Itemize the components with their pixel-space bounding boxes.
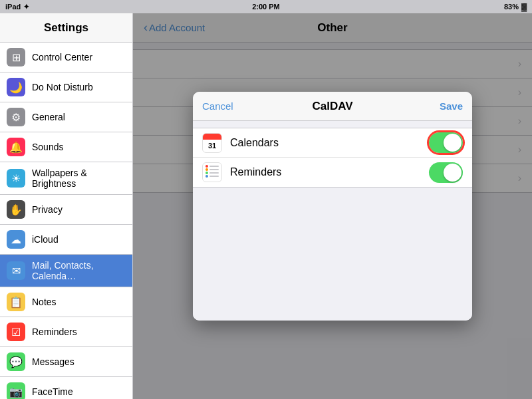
facetime-icon: 📷 (7, 382, 25, 399)
calendars-label: Calendars (230, 137, 429, 149)
sidebar-label-do-not-disturb: Do Not Disturb (32, 82, 93, 92)
sidebar-label-privacy: Privacy (32, 204, 63, 215)
sidebar-label-general: General (32, 112, 65, 122)
do-not-disturb-icon: 🌙 (7, 78, 25, 96)
toggle-row-reminders: Reminders (193, 158, 472, 187)
sidebar-item-sounds[interactable]: 🔔 Sounds (0, 132, 132, 162)
modal-title: CalDAV (312, 100, 352, 113)
battery-label: 83% (504, 3, 519, 11)
sidebar-item-control-center[interactable]: ⊞ Control Center (0, 43, 132, 72)
sidebar-label-control-center: Control Center (32, 52, 92, 63)
sidebar-item-privacy[interactable]: ✋ Privacy (0, 195, 132, 225)
sidebar-label-sounds: Sounds (32, 142, 63, 152)
reminder-line-1 (205, 165, 219, 167)
icloud-icon: ☁ (7, 230, 25, 249)
sidebar-item-wallpaper[interactable]: ☀ Wallpapers & Brightness (0, 162, 132, 195)
sidebar-item-icloud[interactable]: ☁ iCloud (0, 225, 132, 255)
messages-icon: 💬 (7, 352, 25, 371)
modal-body: 31 Calendars (193, 121, 472, 321)
reminder-line-4 (205, 175, 219, 177)
reminders-toggle[interactable] (429, 162, 463, 183)
calendars-toggle-knob (444, 134, 462, 152)
reminder-dot-4 (205, 175, 208, 178)
cal-icon-body: 31 (203, 140, 221, 152)
general-icon: ⚙ (7, 108, 25, 126)
calendars-app-icon: 31 (202, 133, 222, 153)
toggle-row-calendars: 31 Calendars (193, 128, 472, 158)
reminder-line-2 (205, 168, 219, 170)
reminder-bar-4 (209, 176, 219, 177)
sidebar-item-facetime[interactable]: 📷 FaceTime (0, 377, 132, 399)
wallpaper-icon: ☀ (7, 169, 25, 188)
reminder-dot-3 (205, 172, 208, 174)
reminders-app-icon (202, 162, 222, 182)
sidebar-label-wallpaper: Wallpapers & Brightness (32, 168, 126, 189)
sidebar-label-facetime: FaceTime (32, 386, 73, 397)
sidebar-item-do-not-disturb[interactable]: 🌙 Do Not Disturb (0, 72, 132, 102)
notes-icon: 📋 (7, 293, 25, 311)
sidebar-item-notes[interactable]: 📋 Notes (0, 287, 132, 317)
right-pane: ‹ Add Account Other › › › (133, 13, 532, 399)
sounds-icon: 🔔 (7, 138, 25, 156)
toggle-section: 31 Calendars (193, 128, 472, 188)
sidebar-label-icloud: iCloud (32, 234, 59, 245)
caldav-modal: Cancel CalDAV Save 31 Calendars (193, 92, 472, 321)
modal-cancel-button[interactable]: Cancel (202, 100, 233, 112)
status-ipad-label: iPad (5, 3, 21, 11)
sidebar-label-reminders: Reminders (32, 327, 77, 337)
privacy-icon: ✋ (7, 200, 25, 219)
reminders-toggle-knob (444, 164, 462, 182)
sidebar-item-reminders[interactable]: ☑ Reminders (0, 317, 132, 347)
sidebar-item-mail[interactable]: ✉ Mail, Contacts, Calenda… (0, 255, 132, 287)
modal-save-button[interactable]: Save (440, 100, 463, 112)
reminder-dot-2 (205, 168, 208, 171)
control-center-icon: ⊞ (7, 48, 25, 66)
modal-header: Cancel CalDAV Save (193, 92, 472, 121)
status-bar: iPad ✦ 2:00 PM 83% ▓ (0, 0, 532, 13)
status-left: iPad ✦ (5, 3, 29, 11)
calendars-toggle[interactable] (429, 132, 463, 153)
cal-icon-header (203, 134, 221, 140)
status-time: 2:00 PM (252, 3, 280, 11)
battery-icon: ▓ (521, 3, 527, 11)
reminder-line-3 (205, 172, 219, 174)
modal-overlay: Cancel CalDAV Save 31 Calendars (133, 13, 532, 399)
sidebar-label-mail: Mail, Contacts, Calenda… (32, 260, 126, 281)
mail-icon: ✉ (7, 261, 25, 280)
sidebar-label-notes: Notes (32, 297, 57, 307)
reminder-bar-3 (209, 172, 219, 174)
sidebar-title: Settings (0, 13, 132, 43)
reminder-bar-2 (209, 169, 219, 170)
sidebar-label-messages: Messages (32, 356, 74, 367)
reminders-icon-sidebar: ☑ (7, 323, 25, 341)
status-right: 83% ▓ (504, 3, 527, 11)
wifi-icon: ✦ (23, 3, 29, 11)
sidebar-item-messages[interactable]: 💬 Messages (0, 347, 132, 377)
reminder-bar-1 (209, 166, 219, 167)
sidebar: Settings ⊞ Control Center 🌙 Do Not Distu… (0, 13, 133, 399)
reminders-label: Reminders (230, 166, 429, 178)
main-layout: Settings ⊞ Control Center 🌙 Do Not Distu… (0, 13, 532, 399)
reminder-dot-1 (205, 165, 208, 168)
sidebar-item-general[interactable]: ⚙ General (0, 102, 132, 132)
